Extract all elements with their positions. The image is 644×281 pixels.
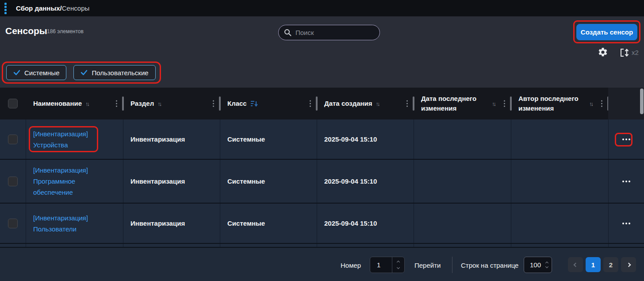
sort-icon[interactable]: ↑↓	[85, 100, 88, 107]
rows-per-page-value: 100	[530, 261, 546, 269]
row-checkbox[interactable]	[8, 177, 18, 186]
column-label: Дата создания	[324, 99, 372, 108]
cell-last-modified	[414, 119, 511, 159]
cell-name: [Инвентаризация] Программное обеспечение	[26, 160, 123, 203]
column-header-created[interactable]: Дата создания ↑↓	[317, 88, 414, 119]
filter-chip-user[interactable]: Пользовательские	[73, 65, 155, 80]
sensors-table: Наименование ↑↓ Раздел ↑↓ Класс Дата соз…	[0, 88, 644, 248]
column-header-name[interactable]: Наименование ↑↓	[26, 88, 123, 119]
cell-last-modified	[414, 160, 511, 203]
cell-section: Инвентаризация	[123, 160, 220, 203]
sensor-link[interactable]: [Инвентаризация]	[33, 165, 88, 176]
column-menu-icon[interactable]	[406, 100, 409, 108]
column-label: Наименование	[33, 99, 82, 108]
app-menu-icon[interactable]	[4, 3, 7, 14]
sort-icon[interactable]: ↑↓	[157, 100, 161, 107]
breadcrumb: Сбор данных/Сенсоры	[16, 4, 89, 12]
table-row: [Инвентаризация] Пользователи Инвентариз…	[0, 204, 644, 244]
table-row	[0, 244, 644, 248]
page-button-2[interactable]: 2	[603, 257, 618, 272]
page-button-1[interactable]: 1	[586, 257, 601, 272]
page-number-label: Номер	[341, 262, 361, 269]
column-menu-icon[interactable]	[309, 100, 312, 108]
row-actions-button[interactable]	[608, 204, 644, 243]
sort-active-icon[interactable]	[250, 100, 258, 107]
cell-class: Системные	[220, 204, 317, 243]
stepper-up-icon[interactable]	[397, 261, 400, 264]
row-height-icon[interactable]	[619, 47, 630, 58]
cell-last-author	[511, 160, 608, 203]
page-number-stepper[interactable]	[392, 257, 404, 273]
sort-icon[interactable]: ↑↓	[492, 100, 495, 107]
filter-chips: Системные Пользовательские	[6, 65, 156, 80]
column-header-last-modified[interactable]: Дата последнего изменения ↑↓	[414, 88, 511, 119]
table-row: [Инвентаризация] Программное обеспечение…	[0, 160, 644, 204]
page-number-field	[370, 257, 405, 273]
table-header: Наименование ↑↓ Раздел ↑↓ Класс Дата соз…	[0, 88, 644, 119]
sort-icon[interactable]: ↑↓	[589, 100, 592, 107]
cell-last-modified	[414, 204, 511, 243]
next-page-button[interactable]	[621, 257, 636, 272]
search-box[interactable]	[278, 25, 380, 40]
go-to-page-button[interactable]: Перейти	[414, 262, 441, 269]
stepper-down-icon[interactable]	[397, 266, 400, 269]
sort-icon[interactable]: ↑↓	[376, 100, 379, 107]
column-header-last-author[interactable]: Автор последнего изменения ↑↓	[511, 88, 608, 119]
row-actions-button[interactable]	[608, 160, 644, 203]
rows-per-page-label: Строк на странице	[461, 262, 518, 269]
column-header-actions	[608, 88, 644, 119]
column-menu-icon[interactable]	[600, 100, 603, 108]
row-height-x2-label: x2	[632, 49, 639, 56]
cell-class: Системные	[220, 119, 317, 159]
filter-chip-label: Пользовательские	[92, 69, 148, 77]
rows-per-page-select[interactable]: 100	[524, 257, 552, 273]
sensor-link[interactable]: Программное	[33, 176, 75, 187]
search-input[interactable]	[295, 29, 374, 36]
page-title: Сенсоры	[5, 26, 47, 36]
row-actions-button[interactable]	[608, 119, 644, 159]
cell-created: 2025-09-04 15:10	[317, 204, 414, 243]
cell-name: [Инвентаризация] Пользователи	[26, 204, 123, 243]
cell-section: Инвентаризация	[123, 119, 220, 159]
breadcrumb-section[interactable]: Сбор данных	[16, 4, 60, 12]
cell-class: Системные	[220, 160, 317, 203]
row-checkbox[interactable]	[8, 135, 18, 144]
column-header-class[interactable]: Класс	[220, 88, 317, 119]
sensor-link[interactable]: Пользователи	[33, 223, 77, 235]
row-checkbox[interactable]	[8, 219, 18, 228]
sensor-link[interactable]: [Инвентаризация]	[33, 212, 88, 223]
chevron-right-icon	[626, 262, 631, 267]
column-menu-icon[interactable]	[503, 100, 506, 108]
sensor-link[interactable]: обеспечение	[33, 187, 73, 198]
cell-name: [Инвентаризация] Устройства	[26, 119, 123, 159]
settings-gear-icon[interactable]	[598, 47, 608, 58]
search-icon	[284, 29, 291, 36]
create-sensor-button[interactable]: Создать сенсор	[576, 24, 637, 40]
column-menu-icon[interactable]	[115, 100, 118, 108]
column-label: Класс	[227, 99, 247, 108]
chevron-left-icon	[573, 262, 578, 267]
check-icon	[13, 69, 20, 76]
ellipsis-icon	[622, 139, 630, 140]
column-label: Раздел	[130, 99, 154, 108]
select-all-checkbox[interactable]	[8, 99, 18, 108]
check-icon	[80, 69, 88, 76]
column-menu-icon[interactable]	[212, 100, 215, 108]
cell-created: 2025-09-04 15:10	[317, 119, 414, 159]
cell-last-author	[511, 119, 608, 159]
page-number-input[interactable]	[370, 257, 392, 273]
previous-page-button[interactable]	[568, 257, 583, 272]
column-header-section[interactable]: Раздел ↑↓	[123, 88, 220, 119]
ellipsis-icon	[622, 181, 630, 182]
ellipsis-icon	[622, 223, 630, 224]
breadcrumb-current: Сенсоры	[62, 4, 90, 12]
items-count: 186 элементов	[47, 28, 84, 35]
filter-chip-system[interactable]: Системные	[6, 65, 66, 80]
pagination-bar: Номер Перейти Строк на странице 100 1 2	[0, 248, 644, 281]
vertical-scrollbar[interactable]	[640, 89, 644, 114]
sensor-link[interactable]: Устройства	[33, 139, 68, 150]
sensor-link[interactable]: [Инвентаризация]	[33, 128, 88, 139]
select-chevrons-icon	[546, 262, 548, 268]
top-bar: Сбор данных/Сенсоры	[0, 0, 644, 16]
pager: 1 2	[568, 257, 636, 272]
